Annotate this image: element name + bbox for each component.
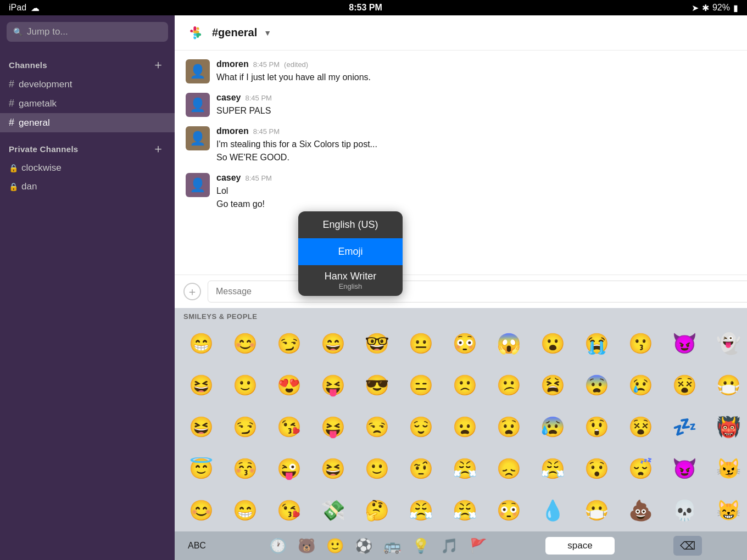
emoji-cell-1-5[interactable]: 😑	[399, 366, 443, 405]
emoji-cell-4-1[interactable]: 😁	[223, 491, 267, 530]
sidebar-item-general[interactable]: # general	[0, 113, 175, 132]
sidebar-item-gametalk[interactable]: # gametalk	[0, 94, 175, 113]
emoji-cell-1-3[interactable]: 😝	[311, 366, 355, 405]
sports-icon[interactable]: ⚽	[355, 537, 372, 555]
emoji-cell-3-0[interactable]: 😇	[179, 449, 223, 489]
emoji-cell-0-1[interactable]: 😊	[223, 324, 267, 363]
emoji-cell-3-8[interactable]: 😤	[531, 449, 575, 489]
emoji-cell-4-5[interactable]: 😤	[399, 491, 443, 530]
objects-icon[interactable]: 💡	[412, 537, 430, 555]
emoji-cell-0-2[interactable]: 😏	[267, 324, 311, 363]
emoji-cell-2-1[interactable]: 😏	[223, 407, 267, 447]
emoji-cell-0-11[interactable]: 😈	[662, 324, 706, 363]
lang-option-hanx[interactable]: Hanx WriterEnglish	[298, 265, 403, 296]
travel-icon[interactable]: 🚌	[383, 537, 401, 555]
emoji-cell-0-8[interactable]: 😮	[531, 324, 575, 363]
messages-area[interactable]: 👤 dmoren 8:45 PM (edited) What if I just…	[175, 51, 747, 275]
emoji-cell-3-7[interactable]: 😞	[487, 449, 531, 489]
emoji-cell-0-10[interactable]: 😗	[618, 324, 662, 363]
flags-icon[interactable]: 🚩	[469, 537, 487, 555]
emoji-cell-2-3[interactable]: 😝	[311, 407, 355, 447]
emoji-cell-2-0[interactable]: 😆	[179, 407, 223, 447]
emoji-cell-1-7[interactable]: 😕	[487, 366, 531, 405]
emoji-cell-0-0[interactable]: 😁	[179, 324, 223, 363]
message-time-1: 8:45 PM	[253, 60, 280, 69]
emoji-cell-2-8[interactable]: 😰	[531, 407, 575, 447]
emoji-cell-2-2[interactable]: 😘	[267, 407, 311, 447]
sidebar-item-clockwise[interactable]: 🔒 clockwise	[0, 159, 175, 177]
animals-icon[interactable]: 🐻	[298, 537, 315, 555]
emoji-cell-4-4[interactable]: 🤔	[355, 491, 399, 530]
emoji-cell-3-12[interactable]: 😼	[706, 449, 747, 489]
emoji-cell-3-3[interactable]: 😆	[311, 449, 355, 489]
emoji-cell-4-12[interactable]: 😸	[706, 491, 747, 530]
language-picker: English (US) Emoji Hanx WriterEnglish	[298, 211, 403, 296]
emoji-cell-0-12[interactable]: 👻	[706, 324, 747, 363]
jump-to-search[interactable]: 🔍 Jump to...	[7, 22, 168, 42]
lang-option-english[interactable]: English (US)	[298, 211, 403, 238]
message-author-4: casey	[216, 173, 241, 183]
emoji-cell-0-5[interactable]: 😐	[399, 324, 443, 363]
message-input[interactable]	[208, 281, 747, 303]
abc-button[interactable]: ABC	[183, 539, 210, 553]
symbols-icon[interactable]: 🎵	[441, 537, 458, 555]
emoji-cell-0-7[interactable]: 😱	[487, 324, 531, 363]
emoji-cell-4-0[interactable]: 😊	[179, 491, 223, 530]
emoji-cell-2-5[interactable]: 😌	[399, 407, 443, 447]
emoji-cell-4-3[interactable]: 💸	[311, 491, 355, 530]
emoji-cell-2-6[interactable]: 😦	[443, 407, 487, 447]
emoji-cell-2-4[interactable]: 😒	[355, 407, 399, 447]
emoji-cell-0-4[interactable]: 🤓	[355, 324, 399, 363]
emoji-cell-2-9[interactable]: 😲	[575, 407, 618, 447]
delete-button[interactable]: ⌫	[673, 536, 702, 556]
emoji-cell-1-4[interactable]: 😎	[355, 366, 399, 405]
emoji-cell-4-10[interactable]: 💩	[618, 491, 662, 530]
emoji-cell-0-6[interactable]: 😳	[443, 324, 487, 363]
emoji-cell-3-5[interactable]: 🤨	[399, 449, 443, 489]
sidebar-item-development[interactable]: # development	[0, 75, 175, 94]
message-time-4: 8:45 PM	[246, 174, 272, 182]
emoji-cell-1-0[interactable]: 😆	[179, 366, 223, 405]
emoji-cell-1-10[interactable]: 😢	[618, 366, 662, 405]
emoji-cell-2-11[interactable]: 💤	[662, 407, 706, 447]
add-attachment-button[interactable]: ＋	[183, 283, 201, 300]
sidebar-item-dan[interactable]: 🔒 dan	[0, 177, 175, 196]
emoji-cell-3-11[interactable]: 😈	[662, 449, 706, 489]
search-icon: 🔍	[13, 27, 23, 36]
lang-option-emoji[interactable]: Emoji	[298, 238, 403, 265]
message-text-4: Lol Go team go!	[216, 184, 747, 211]
emoji-cell-1-8[interactable]: 😫	[531, 366, 575, 405]
emoji-cell-3-6[interactable]: 😤	[443, 449, 487, 489]
emoji-cell-2-10[interactable]: 😵	[618, 407, 662, 447]
emoji-cell-3-1[interactable]: 😚	[223, 449, 267, 489]
add-channel-button[interactable]: ＋	[150, 57, 166, 72]
avatar-casey-1: 👤	[186, 93, 210, 117]
emoji-cell-3-10[interactable]: 😴	[618, 449, 662, 489]
channel-dropdown-icon[interactable]: ▼	[264, 29, 271, 37]
emoji-cell-1-11[interactable]: 😵	[662, 366, 706, 405]
emoji-cell-4-9[interactable]: 😷	[575, 491, 618, 530]
emoji-cell-4-7[interactable]: 😳	[487, 491, 531, 530]
emoji-cell-0-9[interactable]: 😭	[575, 324, 618, 363]
emoji-cell-3-4[interactable]: 🙂	[355, 449, 399, 489]
emoji-cell-3-9[interactable]: 😯	[575, 449, 618, 489]
emoji-cell-4-2[interactable]: 😘	[267, 491, 311, 530]
emoji-cell-4-8[interactable]: 💧	[531, 491, 575, 530]
smileys-icon[interactable]: 🙂	[326, 537, 344, 555]
space-button[interactable]: space	[545, 537, 614, 555]
emoji-cell-2-12[interactable]: 👹	[706, 407, 747, 447]
emoji-cell-3-2[interactable]: 😜	[267, 449, 311, 489]
emoji-cell-1-6[interactable]: 🙁	[443, 366, 487, 405]
emoji-cell-2-7[interactable]: 😧	[487, 407, 531, 447]
emoji-cell-1-2[interactable]: 😍	[267, 366, 311, 405]
emoji-cell-1-1[interactable]: 🙂	[223, 366, 267, 405]
emoji-cell-4-6[interactable]: 😤	[443, 491, 487, 530]
emoji-cell-4-11[interactable]: 💀	[662, 491, 706, 530]
channel-name-gametalk: gametalk	[19, 98, 57, 109]
recent-icon[interactable]: 🕐	[269, 537, 287, 555]
emoji-cell-1-12[interactable]: 😷	[706, 366, 747, 405]
add-private-channel-button[interactable]: ＋	[150, 141, 166, 156]
hash-icon: #	[9, 79, 14, 90]
emoji-cell-1-9[interactable]: 😨	[575, 366, 618, 405]
emoji-cell-0-3[interactable]: 😄	[311, 324, 355, 363]
